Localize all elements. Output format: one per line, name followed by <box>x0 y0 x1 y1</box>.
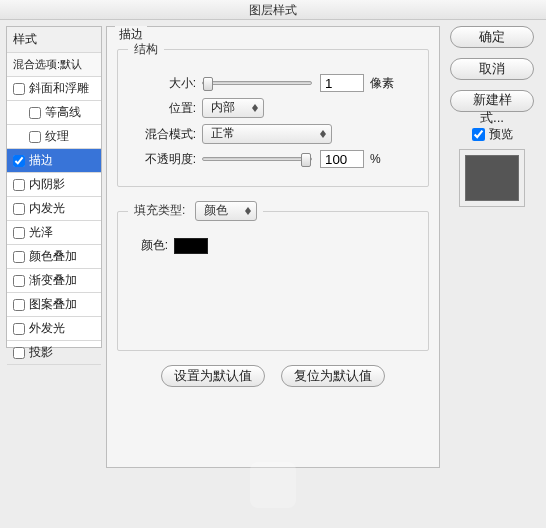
sidebar-header: 样式 <box>7 27 101 52</box>
sidebar-checkbox-1[interactable] <box>29 107 41 119</box>
opacity-label: 不透明度: <box>128 151 196 168</box>
styles-sidebar: 样式 混合选项:默认 斜面和浮雕等高线纹理描边内阴影内发光光泽颜色叠加渐变叠加图… <box>6 26 102 348</box>
color-label: 颜色: <box>128 237 168 254</box>
ok-button[interactable]: 确定 <box>450 26 534 48</box>
sidebar-item-8[interactable]: 渐变叠加 <box>7 269 101 292</box>
sidebar-item-label: 颜色叠加 <box>29 248 77 265</box>
size-label: 大小: <box>128 75 196 92</box>
sidebar-item-11[interactable]: 投影 <box>7 341 101 364</box>
sidebar-item-label: 斜面和浮雕 <box>29 80 89 97</box>
blend-label: 混合模式: <box>128 126 196 143</box>
sidebar-checkbox-8[interactable] <box>13 275 25 287</box>
size-unit: 像素 <box>370 75 394 92</box>
sidebar-item-label: 描边 <box>29 152 53 169</box>
sidebar-item-label: 等高线 <box>45 104 81 121</box>
new-style-button[interactable]: 新建样式... <box>450 90 534 112</box>
preview-checkbox[interactable] <box>472 128 485 141</box>
sidebar-checkbox-9[interactable] <box>13 299 25 311</box>
window-title: 图层样式 <box>0 0 546 20</box>
sidebar-item-5[interactable]: 内发光 <box>7 197 101 220</box>
sidebar-checkbox-2[interactable] <box>29 131 41 143</box>
preview-swatch[interactable] <box>465 155 519 201</box>
opacity-input[interactable] <box>320 150 364 168</box>
sidebar-item-label: 纹理 <box>45 128 69 145</box>
sidebar-item-3[interactable]: 描边 <box>7 149 101 172</box>
sidebar-item-9[interactable]: 图案叠加 <box>7 293 101 316</box>
sidebar-item-label: 光泽 <box>29 224 53 241</box>
sidebar-checkbox-0[interactable] <box>13 83 25 95</box>
blend-select[interactable]: 正常 <box>202 124 332 144</box>
fill-group: 填充类型: 颜色 颜色: <box>117 201 429 351</box>
sidebar-item-label: 投影 <box>29 344 53 361</box>
filltype-value: 颜色 <box>204 203 228 217</box>
opacity-unit: % <box>370 152 381 166</box>
structure-group: 结构 大小: 像素 位置: 内部 混合模式: 正常 <box>117 41 429 187</box>
sidebar-checkbox-4[interactable] <box>13 179 25 191</box>
sidebar-checkbox-11[interactable] <box>13 347 25 359</box>
sidebar-item-4[interactable]: 内阴影 <box>7 173 101 196</box>
sidebar-item-2[interactable]: 纹理 <box>7 125 101 148</box>
opacity-slider[interactable] <box>202 157 312 161</box>
sidebar-checkbox-10[interactable] <box>13 323 25 335</box>
sidebar-item-1[interactable]: 等高线 <box>7 101 101 124</box>
cancel-button[interactable]: 取消 <box>450 58 534 80</box>
effect-panel: 描边 结构 大小: 像素 位置: 内部 混合模式: <box>106 26 440 468</box>
sidebar-item-label: 渐变叠加 <box>29 272 77 289</box>
panel-title: 描边 <box>115 26 147 43</box>
filltype-label: 填充类型: <box>134 203 185 217</box>
sidebar-item-label: 内阴影 <box>29 176 65 193</box>
position-select[interactable]: 内部 <box>202 98 264 118</box>
sidebar-subheader[interactable]: 混合选项:默认 <box>7 53 101 76</box>
preview-label: 预览 <box>489 126 513 143</box>
sidebar-item-7[interactable]: 颜色叠加 <box>7 245 101 268</box>
position-value: 内部 <box>211 100 235 114</box>
reset-default-button[interactable]: 复位为默认值 <box>281 365 385 387</box>
position-label: 位置: <box>128 100 196 117</box>
size-slider[interactable] <box>202 81 312 85</box>
watermark-icon <box>250 462 296 508</box>
structure-legend: 结构 <box>128 41 164 58</box>
sidebar-checkbox-7[interactable] <box>13 251 25 263</box>
sidebar-item-label: 内发光 <box>29 200 65 217</box>
color-swatch[interactable] <box>174 238 208 254</box>
sidebar-item-0[interactable]: 斜面和浮雕 <box>7 77 101 100</box>
sidebar-item-label: 图案叠加 <box>29 296 77 313</box>
filltype-legend-row: 填充类型: 颜色 <box>128 201 263 221</box>
sidebar-checkbox-6[interactable] <box>13 227 25 239</box>
sidebar-checkbox-5[interactable] <box>13 203 25 215</box>
sidebar-item-6[interactable]: 光泽 <box>7 221 101 244</box>
sidebar-item-10[interactable]: 外发光 <box>7 317 101 340</box>
right-column: 确定 取消 新建样式... 预览 <box>444 26 540 528</box>
sidebar-item-label: 外发光 <box>29 320 65 337</box>
sidebar-checkbox-3[interactable] <box>13 155 25 167</box>
blend-value: 正常 <box>211 126 235 140</box>
size-input[interactable] <box>320 74 364 92</box>
preview-toggle[interactable]: 预览 <box>472 126 513 143</box>
make-default-button[interactable]: 设置为默认值 <box>161 365 265 387</box>
filltype-select[interactable]: 颜色 <box>195 201 257 221</box>
